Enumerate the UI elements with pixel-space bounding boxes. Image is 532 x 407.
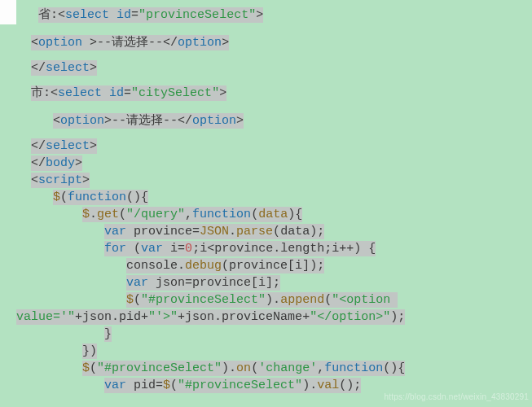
code-line: }	[16, 326, 532, 343]
code-line: $("#provinceSelect").append("<option	[16, 291, 532, 309]
code-line: <option >--请选择--</option>	[16, 34, 532, 51]
code-line: </body>	[16, 155, 532, 172]
code-line: 省:<select id="provinceSelect">	[16, 7, 532, 24]
code-line: })	[16, 343, 532, 360]
code-line: 市:<select id="citySelect">	[16, 85, 532, 102]
code-line: <option>--请选择--</option>	[16, 112, 532, 129]
code-line: var province=JSON.parse(data);	[16, 223, 532, 240]
code-line: </select>	[16, 138, 532, 155]
code-line: $("#provinceSelect").on('change',functio…	[16, 360, 532, 377]
code-line: value='"+json.pid+"'>"+json.proviceName+…	[16, 309, 532, 326]
watermark: https://blog.csdn.net/weixin_43830291	[384, 388, 529, 405]
gutter	[0, 0, 16, 24]
code-line: console.debug(province[i]);	[16, 257, 532, 274]
code-line: $.get("/query",function(data){	[16, 206, 532, 223]
code-block: 省:<select id="provinceSelect"> <option >…	[16, 7, 532, 394]
code-line: $(function(){	[16, 189, 532, 206]
code-line: </select>	[16, 59, 532, 77]
code-line: var json=province[i];	[16, 274, 532, 291]
code-line: <script>	[16, 172, 532, 189]
code-line: for (var i=0;i<province.length;i++) {	[16, 240, 532, 257]
